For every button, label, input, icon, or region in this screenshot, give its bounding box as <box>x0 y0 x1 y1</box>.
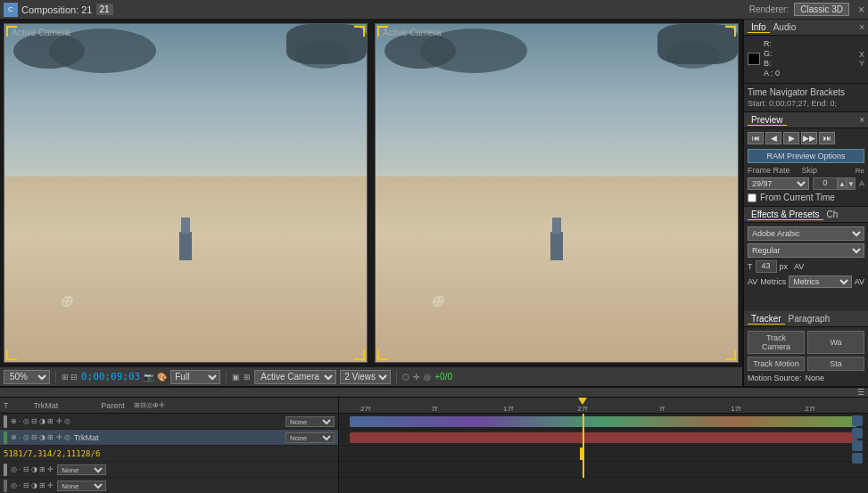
track-row-3 <box>339 446 868 462</box>
timeline-layers: T TrkMat Parent ⊞⊟◎⊕✛ ⊕ · ◎ ⊟ ◑ ⊞ ✛ ◎ No… <box>0 398 339 493</box>
ruler-mark-0: 27f <box>360 405 370 413</box>
font-select[interactable]: Adobe Arabic <box>748 226 864 241</box>
main-area: Active Camera <box>0 20 868 386</box>
stabilize-button[interactable]: Sta <box>807 357 864 371</box>
tab-info[interactable]: Info <box>748 22 770 33</box>
time-ruler: 27f 7f 17f 27f 7f 17f 27f <box>339 398 868 414</box>
style-select[interactable]: Regular Bold Italic <box>748 243 864 258</box>
renderer-button[interactable]: Classic 3D <box>794 3 849 16</box>
ruler-mark-5: 17f <box>731 405 740 413</box>
watermark-right: ⊕ <box>430 292 443 311</box>
view-right-label: Active Camera <box>383 28 442 37</box>
marker-4[interactable] <box>852 453 863 464</box>
frame-rate-row: Frame Rate Skip Re <box>748 166 864 175</box>
g-label: G: <box>764 49 780 58</box>
tab-ch[interactable]: Ch <box>823 210 842 219</box>
camera-icon: 📷 <box>144 373 153 382</box>
frame-rate-select[interactable]: 29/97 23.976 30 <box>748 177 809 190</box>
metrics-row: AV Metrics Metrics AV <box>748 275 864 288</box>
layer-row-1[interactable]: ⊕ · ◎ ⊟ ◑ ⊞ ✛ ◎ None <box>0 414 338 430</box>
from-current-checkbox[interactable] <box>748 193 756 202</box>
size-unit: px <box>780 262 789 271</box>
coord-display: 5181/7,314/2,11128/6 <box>4 449 100 458</box>
timeline-tracks[interactable]: 27f 7f 17f 27f 7f 17f 27f <box>339 398 868 493</box>
figure-right <box>549 211 565 260</box>
tracker-header: Tracker Paragraph <box>744 311 868 327</box>
none-row-2: ◎ · ⊟ ◑ ⊞ ✛ None <box>0 478 338 493</box>
track-row-1 <box>339 414 868 430</box>
resolution-icons: ⊞ ⊟ <box>62 373 78 382</box>
sep3 <box>396 371 397 383</box>
a-label: A : 0 <box>764 69 780 78</box>
none1-select[interactable]: None <box>57 464 106 475</box>
from-current-label: From Current Time <box>760 193 835 202</box>
preview-close[interactable]: × <box>859 115 864 125</box>
layer2-parent-select[interactable]: None <box>285 432 335 443</box>
skip-down[interactable]: ▼ <box>847 177 856 190</box>
figure-body-left <box>181 218 190 234</box>
tab-effects[interactable]: Effects & Presets <box>748 210 823 220</box>
view-left-label: Active Camera <box>12 28 70 37</box>
play-button[interactable]: ▶ <box>783 132 799 144</box>
b-label: B: <box>764 59 780 68</box>
playhead-line <box>583 414 584 478</box>
last-frame-button[interactable]: ⏭ <box>819 132 835 144</box>
camera-select[interactable]: Active Camera Camera 1 <box>254 370 336 384</box>
col-t: T <box>4 401 9 410</box>
track-row-4 <box>339 462 868 478</box>
x-coord: X <box>859 50 864 59</box>
skip-value: 0 <box>813 177 838 190</box>
metrics-select[interactable]: Metrics <box>789 275 851 288</box>
first-frame-button[interactable]: ⏮ <box>748 132 764 144</box>
layer2-name: TrkMat <box>74 433 282 442</box>
figure-body-right <box>552 218 561 234</box>
layer-icons: ⊞⊟◎⊕✛ <box>134 401 165 409</box>
track-motion-row: Track Motion Sta <box>748 357 864 371</box>
rgba-values: R: G: B: A : 0 <box>764 39 780 78</box>
tab-paragraph[interactable]: Paragraph <box>785 314 834 324</box>
col-trkmat: TrkMat <box>34 401 59 410</box>
ruler-marks: 27f 7f 17f 27f 7f 17f 27f <box>339 398 868 413</box>
zoom-select[interactable]: 50% 100% 25% <box>4 370 50 384</box>
tab-preview[interactable]: Preview <box>748 115 787 126</box>
viewer-panel: Active Camera <box>0 20 743 386</box>
desert-scene-right: ⊕ <box>376 24 738 362</box>
marker-3[interactable] <box>852 440 863 451</box>
layer-row-2[interactable]: ⊕ · ◎ ⊟ ◑ ⊞ ✛ ◎ TrkMat None <box>0 430 338 446</box>
view-right[interactable]: Active Camera <box>375 23 739 363</box>
kerning-icon: AV <box>794 262 804 271</box>
next-frame-button[interactable]: ▶▶ <box>801 132 817 144</box>
layer1-parent-select[interactable]: None <box>285 416 335 427</box>
roi-icon: ▣ <box>232 373 240 382</box>
motion-icon: ◎ <box>424 373 431 382</box>
views-select[interactable]: 2 Views 1 View 4 Views <box>340 370 391 384</box>
sky-right <box>376 24 738 177</box>
timeline-options-icon[interactable]: ☰ <box>857 388 864 397</box>
marker-1[interactable] <box>852 415 863 426</box>
tab-tracker[interactable]: Tracker <box>748 314 785 325</box>
timecode-display: 0;00;09;03 <box>81 371 140 382</box>
warp-button[interactable]: Wa <box>807 331 864 354</box>
sep2 <box>226 371 227 383</box>
prev-frame-button[interactable]: ◀ <box>765 132 781 144</box>
track-camera-button[interactable]: Track Camera <box>748 331 805 354</box>
quality-select[interactable]: Full Half Quarter <box>170 370 220 384</box>
view-left-image: ⊕ <box>4 24 367 362</box>
skip-up[interactable]: ▲ <box>838 177 847 190</box>
ground-left <box>4 177 367 362</box>
close-icon[interactable]: × <box>858 4 864 16</box>
sky-left <box>4 24 367 177</box>
edge-markers <box>850 414 864 478</box>
time-navigator-value: Start: 0;00;07;27, End: 0; <box>748 99 864 108</box>
track-motion-button[interactable]: Track Motion <box>748 357 805 371</box>
font-size-value: 43 <box>756 260 777 273</box>
layer2-icons: ⊕ · ◎ ⊟ ◑ ⊞ ✛ ◎ <box>11 433 70 441</box>
tab-audio[interactable]: Audio <box>770 22 800 32</box>
info-section: R: G: B: A : 0 X Y <box>744 36 868 84</box>
none1-icons: ◎ · ⊟ ◑ ⊞ ✛ <box>11 465 54 473</box>
info-panel-close[interactable]: × <box>859 22 864 32</box>
ram-preview-button[interactable]: RAM Preview Options <box>748 149 864 163</box>
view-left[interactable]: Active Camera <box>4 23 368 363</box>
none2-select[interactable]: None <box>57 481 106 491</box>
marker-2[interactable] <box>852 428 863 439</box>
